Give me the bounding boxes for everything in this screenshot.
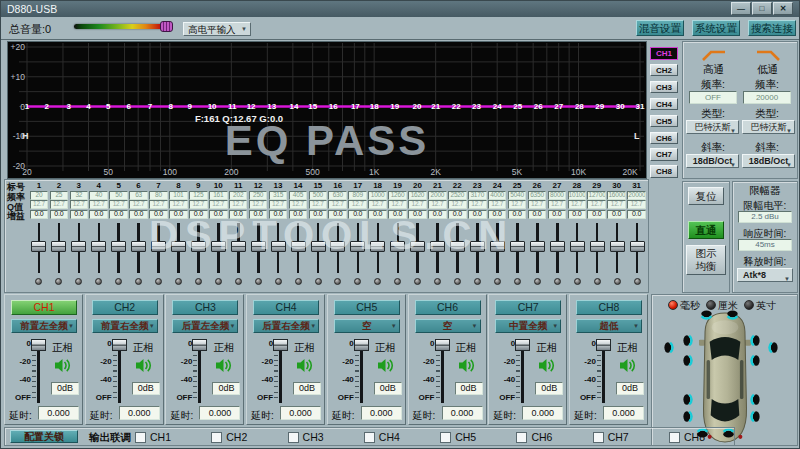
speaker-mute-button[interactable] <box>619 358 637 375</box>
channel-button-ch8[interactable]: CH8 <box>576 300 642 315</box>
volume-fader-track[interactable] <box>602 343 605 403</box>
unit-radio-0[interactable] <box>668 300 678 310</box>
graph-channel-ch5[interactable]: CH5 <box>650 115 678 128</box>
volume-fader-handle[interactable] <box>31 339 46 351</box>
graph-channel-ch6[interactable]: CH6 <box>650 132 678 145</box>
graph-channel-ch1[interactable]: CH1 <box>650 47 678 60</box>
delay-field[interactable]: 0.000 <box>280 406 321 420</box>
volume-fader-handle[interactable] <box>596 339 611 351</box>
input-mode-select[interactable]: 高电平输入 ▼ <box>183 22 251 36</box>
band-freq-field[interactable]: 2000 <box>428 191 447 200</box>
band-freq-field[interactable]: 630 <box>328 191 347 200</box>
eq-slider-handle[interactable] <box>510 241 525 252</box>
speaker-mute-button[interactable] <box>135 358 153 375</box>
band-gain-field[interactable]: 0.0 <box>607 210 626 219</box>
band-freq-field[interactable]: 4000 <box>488 191 507 200</box>
speaker-mute-button[interactable] <box>538 358 556 375</box>
band-q-field[interactable]: 12.7 <box>408 200 427 209</box>
checkbox-ch3[interactable] <box>288 432 299 443</box>
band-q-field[interactable]: 12.7 <box>548 200 567 209</box>
band-gain-field[interactable]: 0.0 <box>89 210 108 219</box>
band-gain-field[interactable]: 0.0 <box>309 210 328 219</box>
channel-button-ch6[interactable]: CH6 <box>415 300 481 315</box>
band-q-field[interactable]: 12.7 <box>568 200 587 209</box>
checkbox-ch6[interactable] <box>516 432 527 443</box>
checkbox-ch7[interactable] <box>593 432 604 443</box>
band-gain-field[interactable]: 0.0 <box>189 210 208 219</box>
source-select-ch2[interactable]: 前置右全频▼ <box>92 319 158 333</box>
volume-fader-handle[interactable] <box>435 339 450 351</box>
checkbox-ch5[interactable] <box>440 432 451 443</box>
eq-band-point[interactable]: 28 <box>572 102 586 111</box>
band-gain-field[interactable]: 0.0 <box>149 210 168 219</box>
eq-slider-handle[interactable] <box>410 241 425 252</box>
mix-settings-button[interactable]: 混音设置 <box>636 20 684 36</box>
eq-slider-handle[interactable] <box>590 241 605 252</box>
gain-field[interactable]: 0dB <box>132 382 160 395</box>
volume-fader-handle[interactable] <box>112 339 127 351</box>
lp-slope-select[interactable]: 18dB/Oct▼ <box>742 154 795 168</box>
channel-button-ch7[interactable]: CH7 <box>495 300 561 315</box>
hp-slope-select[interactable]: 18dB/Oct▼ <box>686 154 739 168</box>
band-freq-field[interactable]: 1260 <box>388 191 407 200</box>
band-q-field[interactable]: 12.7 <box>488 200 507 209</box>
band-freq-field[interactable]: 63 <box>129 191 148 200</box>
delay-field[interactable]: 0.000 <box>119 406 160 420</box>
eq-band-point[interactable]: 24 <box>490 102 504 111</box>
eq-slider-handle[interactable] <box>231 241 246 252</box>
band-q-field[interactable]: 12.7 <box>269 200 288 209</box>
eq-band-point[interactable]: 13 <box>265 102 279 111</box>
channel-button-ch1[interactable]: CH1 <box>11 300 77 315</box>
eq-slider-handle[interactable] <box>630 241 645 252</box>
band-gain-field[interactable]: 0.0 <box>468 210 487 219</box>
channel-button-ch3[interactable]: CH3 <box>172 300 238 315</box>
band-q-field[interactable]: 12.7 <box>149 200 168 209</box>
band-gain-field[interactable]: 0.0 <box>129 210 148 219</box>
band-gain-field[interactable]: 0.0 <box>209 210 228 219</box>
eq-slider-handle[interactable] <box>111 241 126 252</box>
band-q-field[interactable]: 12.7 <box>607 200 626 209</box>
lowpass-marker[interactable]: L <box>634 131 640 141</box>
source-select-ch1[interactable]: 前置左全频▼ <box>11 319 77 333</box>
gain-field[interactable]: 0dB <box>616 382 644 395</box>
volume-fader-handle[interactable] <box>354 339 369 351</box>
band-freq-field[interactable]: 405 <box>289 191 308 200</box>
band-freq-field[interactable]: 202 <box>229 191 248 200</box>
source-select-ch7[interactable]: 中置全频▼ <box>495 319 561 333</box>
source-select-ch6[interactable]: 空▼ <box>415 319 481 333</box>
band-q-field[interactable]: 12.7 <box>209 200 228 209</box>
gain-field[interactable]: 0dB <box>293 382 321 395</box>
band-gain-field[interactable]: 0.0 <box>328 210 347 219</box>
band-freq-field[interactable]: 50 <box>109 191 128 200</box>
eq-band-point[interactable]: 8 <box>164 102 178 111</box>
band-gain-field[interactable]: 0.0 <box>627 210 646 219</box>
source-select-ch3[interactable]: 后置左全频▼ <box>172 319 238 333</box>
volume-fader-track[interactable] <box>521 343 524 403</box>
band-freq-field[interactable]: 12700 <box>587 191 606 200</box>
band-q-field[interactable]: 12.7 <box>30 200 49 209</box>
graph-channel-ch4[interactable]: CH4 <box>650 98 678 111</box>
eq-band-point[interactable]: 6 <box>122 102 136 111</box>
delay-field[interactable]: 0.000 <box>38 406 79 420</box>
eq-slider-handle[interactable] <box>251 241 266 252</box>
search-connect-button[interactable]: 搜索连接 <box>748 20 796 36</box>
close-icon[interactable]: ✕ <box>773 2 793 15</box>
band-gain-field[interactable]: 0.0 <box>587 210 606 219</box>
eq-slider-handle[interactable] <box>370 241 385 252</box>
band-freq-field[interactable]: 2520 <box>448 191 467 200</box>
source-select-ch5[interactable]: 空▼ <box>334 319 400 333</box>
graph-channel-ch2[interactable]: CH2 <box>650 64 678 77</box>
lp-type-select[interactable]: 巴特沃斯▼ <box>742 120 795 134</box>
band-gain-field[interactable]: 0.0 <box>348 210 367 219</box>
lp-freq-field[interactable]: 20000 <box>743 91 791 104</box>
band-freq-field[interactable]: 40 <box>89 191 108 200</box>
volume-fader-track[interactable] <box>279 343 282 403</box>
band-q-field[interactable]: 12.7 <box>468 200 487 209</box>
band-freq-field[interactable]: 25 <box>50 191 69 200</box>
band-freq-field[interactable]: 3170 <box>468 191 487 200</box>
band-freq-field[interactable]: 101 <box>169 191 188 200</box>
band-freq-field[interactable]: 10100 <box>568 191 587 200</box>
band-gain-field[interactable]: 0.0 <box>249 210 268 219</box>
band-gain-field[interactable]: 0.0 <box>70 210 89 219</box>
eq-slider-handle[interactable] <box>610 241 625 252</box>
